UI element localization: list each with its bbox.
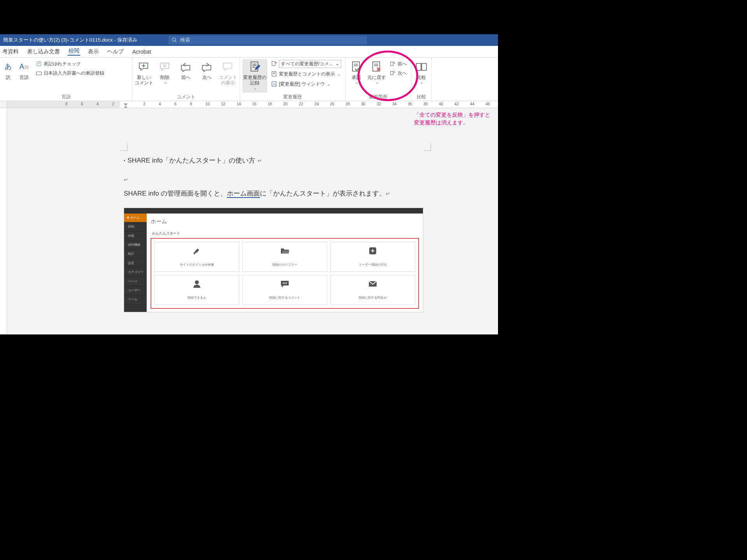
compare-icon: [416, 60, 427, 74]
check-icon: [36, 61, 42, 67]
reject-icon: [372, 60, 382, 74]
next-comment-button[interactable]: 次へ: [198, 59, 216, 93]
svg-rect-33: [422, 63, 426, 70]
svg-rect-30: [391, 62, 393, 65]
paragraph-mark: ↵: [258, 156, 262, 166]
consistency-check-button[interactable]: 表記ゆれチェック: [34, 59, 106, 68]
document-canvas: 「全ての変更を反映」を押すと 変更履歴は消えます。 SHARE info「かんた…: [0, 108, 498, 334]
group-compare: 比較 比較: [411, 58, 432, 101]
page-corner-tr: [423, 143, 431, 151]
tab-references[interactable]: 考資料: [2, 48, 19, 55]
new-comment-button[interactable]: 新しい コメント: [135, 59, 153, 93]
prev-comment-button[interactable]: 前へ: [177, 59, 195, 93]
next-change-icon: [390, 70, 396, 76]
svg-rect-31: [391, 71, 393, 75]
title-bar: 簡単スタートの使い方(2) (3)-コメント0115.docx - 保存済み 検…: [0, 34, 498, 46]
markup-icon: [271, 61, 277, 67]
embed-title: ホーム: [151, 217, 419, 226]
tab-help[interactable]: ヘルプ: [107, 48, 124, 55]
paragraph-mark: ↵: [124, 177, 128, 183]
accept-button[interactable]: 承諾: [348, 59, 365, 93]
accept-icon: [351, 60, 361, 74]
svg-marker-34: [124, 103, 128, 106]
ruler-scale: 8642246810121416182022242628303234363840…: [7, 101, 498, 108]
tab-acrobat[interactable]: Acrobat: [132, 49, 152, 55]
embed-card: 投稿に対する問合せ: [330, 275, 415, 305]
svg-marker-35: [124, 106, 128, 108]
svg-rect-3: [36, 72, 41, 75]
ruler-horizontal[interactable]: 8642246810121416182022242628303234363840…: [0, 101, 498, 108]
show-markup-button[interactable]: 変更履歴とコメントの表示: [270, 69, 343, 79]
ruler-vertical[interactable]: [0, 108, 7, 334]
svg-point-0: [172, 38, 175, 41]
compare-button[interactable]: 比較: [414, 59, 429, 93]
reviewing-pane-button[interactable]: [変更履歴] ウィンドウ: [270, 79, 343, 89]
reject-button[interactable]: 元に戻す: [367, 59, 386, 93]
next-change-button[interactable]: 次へ: [388, 68, 409, 78]
group-language-label: 言語: [2, 93, 130, 101]
group-language: あ 訳 A가 言語 表記ゆれチェック 日本語入力辞書への単語登録: [0, 58, 132, 101]
show-comments-icon: [222, 60, 234, 74]
prev-comment-icon: [180, 60, 192, 74]
group-compare-label: 比較: [414, 93, 429, 101]
embed-sidebar: ★ ホーム · 投稿· 外観· 便利機能· 統計· 設定· カテゴリー· ページ…: [124, 214, 147, 312]
new-comment-icon: [138, 60, 150, 74]
page-corner-tl: [120, 143, 128, 151]
language-button[interactable]: A가 言語: [16, 59, 32, 93]
svg-point-40: [283, 283, 284, 284]
embed-side-home: ★ ホーム: [124, 214, 147, 222]
track-changes-icon: [249, 60, 260, 74]
language-icon: A가: [19, 60, 29, 74]
group-changes-label: 変更箇所: [348, 93, 409, 101]
embed-grid: サイトのタイトルや画像投稿のカテゴリーユーザー登録の方法投稿できる人投稿に対する…: [151, 238, 419, 309]
embed-card: 投稿に対するコメント: [242, 275, 327, 305]
svg-rect-17: [275, 62, 277, 63]
embedded-screenshot: ★ ホーム · 投稿· 外観· 便利機能· 統計· 設定· カテゴリー· ページ…: [124, 208, 423, 312]
translate-icon: あ: [5, 60, 12, 74]
document-title: 簡単スタートの使い方(2) (3)-コメント0115.docx - 保存済み: [3, 37, 137, 44]
doc-paragraph: SHARE info の管理画面を開くと、ホーム画面に「かんたんスタート」が表示…: [124, 188, 427, 200]
next-comment-icon: [201, 60, 213, 74]
tab-mailings[interactable]: 差し込み文書: [26, 48, 61, 55]
ribbon-tabs: 考資料 差し込み文書 校閲 表示 ヘルプ Acrobat: [0, 46, 498, 58]
embed-subtitle: かんたんスタート: [151, 229, 419, 238]
embed-card: サイトのタイトルや画像: [154, 242, 239, 272]
track-changes-button[interactable]: 変更履歴の 記録: [242, 59, 267, 93]
doc-heading: SHARE info「かんたんスタート」の使い方↵: [124, 155, 427, 167]
embed-card: ユーザー登録の方法: [330, 242, 415, 272]
search-icon: [172, 37, 177, 43]
search-placeholder: 検索: [180, 37, 190, 44]
prev-change-button[interactable]: 前へ: [388, 59, 409, 68]
annotation-callout: 「全ての変更を反映」を押すと 変更履歴は消えます。: [414, 111, 490, 126]
prev-change-icon: [390, 61, 396, 67]
tab-review[interactable]: 校閲: [68, 47, 80, 56]
paragraph-mark: ↵: [386, 191, 390, 197]
search-box[interactable]: 検索: [168, 36, 367, 44]
show-markup-icon: [271, 71, 277, 77]
group-changes: 承諾 元に戻す 前へ 次へ 変更箇所: [345, 58, 411, 101]
group-tracking-label: 変更履歴: [242, 93, 343, 101]
reviewing-pane-icon: [271, 81, 277, 87]
tab-view[interactable]: 表示: [87, 48, 100, 55]
document-body: SHARE info「かんたんスタート」の使い方↵ ↵ SHARE info の…: [124, 155, 427, 312]
svg-point-41: [284, 283, 286, 284]
svg-rect-32: [416, 63, 421, 70]
svg-rect-16: [272, 61, 275, 66]
show-comments-button: コメント の表示: [219, 59, 237, 93]
group-comments-label: コメント: [135, 93, 237, 101]
embed-card: 投稿のカテゴリー: [242, 242, 327, 272]
ime-dictionary-button[interactable]: 日本語入力辞書への単語登録: [34, 68, 106, 78]
ribbon: あ 訳 A가 言語 表記ゆれチェック 日本語入力辞書への単語登録: [0, 58, 498, 101]
svg-line-1: [175, 41, 177, 42]
keyboard-icon: [36, 70, 42, 76]
svg-point-42: [286, 283, 287, 284]
delete-comment-button[interactable]: 削除: [156, 59, 174, 93]
display-for-review[interactable]: すべての変更履歴/コメ…⌄: [270, 59, 343, 68]
translate-button[interactable]: あ 訳: [2, 59, 14, 93]
delete-comment-icon: [159, 60, 171, 74]
page-area[interactable]: 「全ての変更を反映」を押すと 変更履歴は消えます。 SHARE info「かんた…: [7, 108, 498, 334]
group-tracking: 変更履歴の 記録 すべての変更履歴/コメ…⌄ 変更履歴とコメントの表示 [変更履…: [240, 58, 345, 101]
svg-point-39: [195, 280, 199, 284]
group-comments: 新しい コメント 削除 前へ 次へ コメント の表示: [132, 58, 240, 101]
ruler-corner: [0, 101, 7, 108]
